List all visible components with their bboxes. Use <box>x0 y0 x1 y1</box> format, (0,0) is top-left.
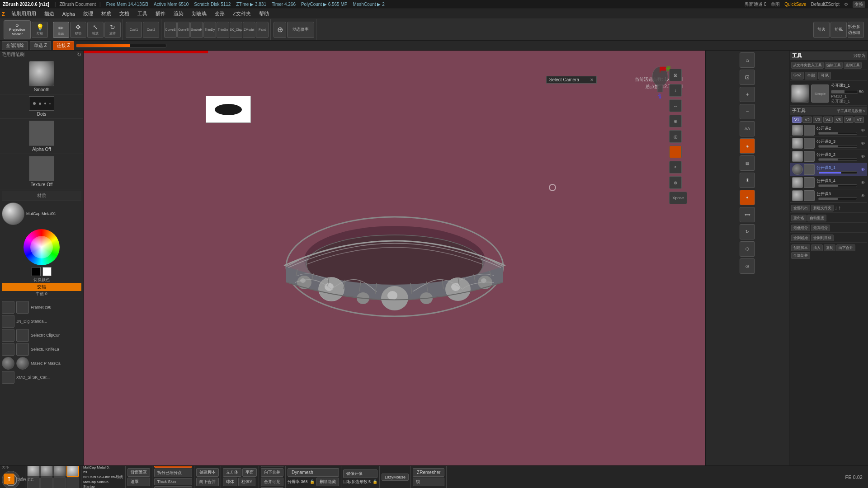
gizmo-btn-4[interactable]: ⊕ <box>669 115 682 127</box>
eye-icon-3[interactable]: 👁 <box>861 193 865 198</box>
new-folder-btn[interactable]: 新建文件夹 <box>811 205 834 211</box>
lock-image-btn[interactable]: 锁像开像 <box>343 469 378 478</box>
nav-btn-zoom-out[interactable]: − <box>740 104 755 119</box>
brush-refresh-icon[interactable]: ↻ <box>77 52 81 58</box>
lights-btn[interactable]: 💡 灯箱 <box>32 22 48 38</box>
paint-btn[interactable]: Paint <box>256 22 269 38</box>
arrow-up-icon[interactable]: ↑ <box>838 205 841 211</box>
eye-icon-33[interactable]: 👁 <box>861 141 865 146</box>
menu-item-stroke[interactable]: 描边 <box>41 9 58 18</box>
gizmo-btn-3[interactable]: ↔ <box>669 99 682 112</box>
rotate-sym-btn[interactable]: ↻ <box>740 224 755 239</box>
dynamesh-btn[interactable]: Dynamesh <box>288 468 339 477</box>
quicksave-btn[interactable]: QuickSave <box>784 2 806 7</box>
cylinder-btn[interactable]: 柱体Y <box>238 478 255 486</box>
texture-preview[interactable] <box>29 156 54 181</box>
trim-dy-btn[interactable]: TrimDy <box>203 22 216 38</box>
poly-btn[interactable]: ⬡ <box>740 241 755 257</box>
bottom-brush-4[interactable] <box>66 465 79 477</box>
eye-icon-2[interactable]: 👁 <box>861 128 865 133</box>
canvas-area[interactable]: Select Camera ✕ 当前活选点数: 1.424 Mil 总点数: 1… <box>84 51 705 465</box>
menu-item-alpha[interactable]: Alpha <box>59 10 79 18</box>
matcap-preview[interactable] <box>2 202 24 225</box>
max-poly-btn[interactable]: 最高细分 <box>811 225 830 231</box>
lock2-btn[interactable]: 🔒 <box>373 479 377 484</box>
v5-tab[interactable]: V5 <box>834 117 843 123</box>
nav-btn-home[interactable]: ⌂ <box>740 52 755 68</box>
nav-btn-zoom-in[interactable]: + <box>740 87 755 102</box>
menu-item-tool[interactable]: 工具 <box>134 9 151 18</box>
merge-all-btn[interactable]: 全部划并 <box>791 252 810 259</box>
snake-btn[interactable]: SnakeH <box>190 22 203 38</box>
rotate-btn[interactable]: ↻ 旋转 <box>104 22 121 38</box>
bottom-brush-2[interactable] <box>40 465 53 477</box>
cube-btn[interactable]: 立方体 <box>223 468 241 477</box>
black-swatch[interactable] <box>32 267 41 276</box>
smooth-brush-preview[interactable] <box>29 61 54 86</box>
list-item[interactable]: XMD_Si SK_Car... <box>2 371 81 384</box>
bottom-brush-6[interactable] <box>40 477 53 488</box>
menu-item-deform[interactable]: 变形 <box>211 9 228 18</box>
cust2-btn[interactable]: Cust2 <box>143 22 159 38</box>
list-item[interactable]: SelectL KnifeLa <box>2 343 81 356</box>
projection-master-btn[interactable]: ⊙ Projection Master <box>4 20 31 39</box>
rename-btn[interactable]: 重命名 <box>791 215 807 221</box>
curve-ti-btn[interactable]: CurveTi <box>177 22 190 38</box>
scale-btn[interactable]: ⤡ 缩放 <box>87 22 104 38</box>
xray-btn[interactable]: ◷ <box>740 258 755 274</box>
xpose-btn[interactable]: Xpose <box>669 192 687 204</box>
auto-reset-btn[interactable]: 自动重接 <box>807 215 826 221</box>
list-item[interactable]: Framet z98 <box>2 301 81 314</box>
auto-group-btn[interactable]: 按边形组连遮罩 0 <box>154 465 193 468</box>
delete-hidden-btn[interactable]: 删除隐藏 <box>316 478 339 486</box>
gizmo-btn-7[interactable]: ⌖ <box>669 161 682 174</box>
lock3-btn[interactable]: 锁 <box>413 478 444 486</box>
gizmo-btn-8[interactable]: ⊗ <box>669 176 682 189</box>
link-z-btn[interactable]: 连接 Z <box>53 41 74 50</box>
alpha-preview[interactable] <box>29 121 54 146</box>
down-merge-btn[interactable]: 向下合并 <box>196 478 219 486</box>
acquire-btn[interactable]: 获取 <box>261 465 283 467</box>
plane-btn[interactable]: 平面 <box>242 468 257 477</box>
zmodel-btn[interactable]: ZModel <box>243 22 255 38</box>
subtool-item-34[interactable]: 公开课3_4 👁 <box>790 176 867 189</box>
next-btn[interactable]: 前视 <box>830 22 847 38</box>
sphere-btn[interactable]: 球体 <box>223 478 237 486</box>
clone-btn[interactable]: 克制工具 <box>844 62 862 69</box>
list-item[interactable]: SelectR ClipCur <box>2 329 81 342</box>
arrow-down-icon[interactable]: ↓ <box>835 205 837 211</box>
subtool-item-3[interactable]: 公开课3 👁 <box>790 189 867 202</box>
gizmo-btn-2[interactable]: ↕ <box>669 84 682 97</box>
lock-icon[interactable]: 🔒 <box>310 479 315 484</box>
create-script-bottom-btn[interactable]: 创建脚本 <box>196 468 219 477</box>
clear-all-btn[interactable]: 全部清除 <box>2 41 28 50</box>
gizmo-btn-1[interactable]: ⊠ <box>669 69 682 81</box>
edit-btn[interactable]: ✏ Edit <box>53 22 69 38</box>
visible-btn[interactable]: 可见 <box>818 72 831 80</box>
load-tool-btn[interactable]: 从文件夹载入工具 <box>791 62 824 69</box>
down-merge2-btn[interactable]: 向下合并 <box>261 468 283 477</box>
menu-item-brushes[interactable]: 笔刷用用用 <box>8 9 40 18</box>
shell-icon-btn[interactable]: ⊕ <box>274 22 286 38</box>
create-script-btn[interactable]: 创建脚本 <box>791 244 810 251</box>
nav-btn-floor[interactable]: ▥ <box>740 155 755 171</box>
cust1-btn[interactable]: Cust1 <box>126 22 142 38</box>
nav-btn-persp[interactable]: ◈ <box>740 138 755 154</box>
curve-s-btn[interactable]: CurveS <box>164 22 177 38</box>
subtool-item-2[interactable]: 公开课2 👁 <box>790 124 867 137</box>
front-back-btn[interactable]: 背面遮罩 <box>127 468 150 477</box>
dynamic-ratio-btn[interactable]: 动态倍率 <box>287 22 314 38</box>
eye-icon-34[interactable]: 👁 <box>861 180 865 185</box>
v2-tab[interactable]: V2 <box>802 117 812 123</box>
thick-skin-btn[interactable]: Thick Skin <box>154 478 193 485</box>
exchange-btn[interactable]: 交错 <box>2 283 81 291</box>
prev-btn[interactable]: 前边 <box>813 22 830 38</box>
eye-icon-32[interactable]: 👁 <box>861 154 865 159</box>
reactive-smooth-btn[interactable]: 反性抛光 <box>154 486 193 488</box>
menu-item-folder[interactable]: Z文件夹 <box>229 9 255 18</box>
v3-tab[interactable]: V3 <box>813 117 822 123</box>
merge-visible-btn[interactable]: 合并可见 <box>261 478 283 486</box>
nav-btn-light[interactable]: ☀ <box>740 173 755 188</box>
eye-icon-31[interactable]: 👁 <box>861 167 865 172</box>
paint-btn-2[interactable]: ● <box>740 190 755 205</box>
